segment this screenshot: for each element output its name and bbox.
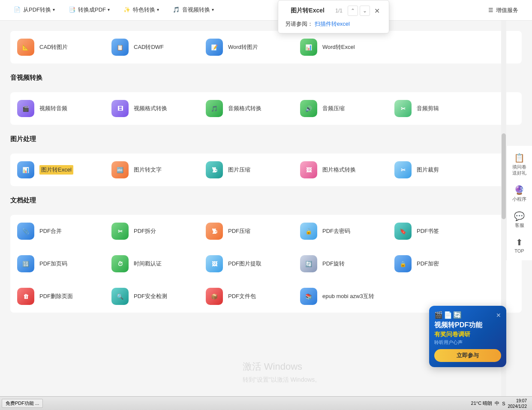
img-to-text-label: 图片转文字 bbox=[134, 166, 162, 174]
nav-from-pdf-label: 从PDF转换 bbox=[23, 6, 51, 14]
ad-icon-2: 📄 bbox=[444, 311, 452, 319]
tool-audio-cut[interactable]: ✂ 音频剪辑 bbox=[388, 92, 482, 125]
audio-cut-label: 音频剪辑 bbox=[417, 105, 439, 112]
av-section: 音视频转换 🎬 视频转音频 🎞 视频格式转换 🎵 音频格式转换 🔊 音频压缩 ✂… bbox=[10, 74, 522, 125]
form-icon: 📋 bbox=[514, 153, 525, 163]
tool-img-crop[interactable]: ✂ 图片裁剪 bbox=[388, 154, 482, 186]
sidebar-service-btn[interactable]: 💬 客服 bbox=[508, 208, 532, 232]
taskbar: 免费PDF功能 ... 21°C 晴朗 中 S 19:07 2024/1/22 bbox=[0, 396, 532, 410]
tooltip-close-btn[interactable]: ✕ bbox=[372, 6, 382, 16]
tool-pdf-safety[interactable]: 🔍 PDF安全检测 bbox=[105, 280, 199, 313]
nav-special-label: 特色转换 bbox=[133, 6, 155, 14]
word-to-img-icon: 📝 bbox=[206, 39, 223, 56]
tool-cad-to-dwf[interactable]: 📋 CAD转DWF bbox=[105, 31, 199, 63]
special-icon: ✨ bbox=[123, 6, 130, 13]
taskbar-right: 21°C 晴朗 中 S 19:07 2024/1/22 bbox=[471, 398, 530, 409]
ad-close-btn[interactable]: ✕ bbox=[496, 312, 501, 319]
ad-main-title: 视频转PDF功能 bbox=[434, 321, 501, 330]
video-to-audio-label: 视频转音频 bbox=[39, 105, 67, 112]
tooltip-pages: 1/1 bbox=[335, 8, 343, 14]
pdf-split-label: PDF拆分 bbox=[134, 227, 156, 235]
tool-word-to-img[interactable]: 📝 Word转图片 bbox=[199, 31, 293, 63]
sidebar-form-label: 填问卷送好礼 bbox=[512, 164, 526, 176]
img-to-excel-icon: 📊 bbox=[17, 161, 34, 178]
img-crop-icon: ✂ bbox=[394, 161, 412, 178]
video-format-icon: 🎞 bbox=[111, 100, 129, 117]
tool-img-format[interactable]: 🖼 图片格式转换 bbox=[293, 154, 388, 186]
value-added-label: 增值服务 bbox=[496, 6, 518, 14]
cad-to-img-label: CAD转图片 bbox=[39, 43, 68, 51]
tool-epub-convert[interactable]: 📚 epub mobi azw3互转 bbox=[293, 280, 388, 313]
nav-item-av[interactable]: 🎵 音视频转换 ▾ bbox=[166, 0, 221, 21]
taskbar-date: 2024/1/22 bbox=[508, 404, 527, 409]
tool-video-to-audio[interactable]: 🎬 视频转音频 bbox=[10, 92, 105, 125]
sidebar-top-btn[interactable]: ⬆ TOP bbox=[508, 234, 532, 257]
taskbar-lang: 中 bbox=[495, 400, 499, 407]
tool-pdf-compress[interactable]: 🗜 PDF压缩 bbox=[199, 215, 293, 247]
tooltip-popup: 图片转Excel 1/1 ⌃ ⌄ ✕ 另请参阅： 扫描件转excel bbox=[278, 0, 389, 33]
pdf-extract-img-label: PDF图片提取 bbox=[228, 260, 261, 268]
img-format-icon: 🖼 bbox=[300, 161, 317, 178]
audio-compress-icon: 🔊 bbox=[300, 100, 317, 117]
nav-to-pdf-label: 转换成PDF bbox=[78, 6, 106, 14]
tool-pdf-encrypt[interactable]: 🔒 PDF加密 bbox=[388, 247, 482, 280]
img-tools-grid: 📊 图片转Excel 🔤 图片转文字 🗜 图片压缩 🖼 图片格式转换 ✂ 图片裁… bbox=[10, 154, 522, 186]
ad-title-row: 🎬 📄 🔄 ✕ bbox=[434, 311, 501, 319]
tooltip-prev-btn[interactable]: ⌃ bbox=[348, 6, 358, 16]
audio-format-label: 音频格式转换 bbox=[228, 105, 261, 112]
pdf-rotate-icon: 🔄 bbox=[300, 255, 317, 272]
tool-pdf-delete-page[interactable]: 🗑 PDF删除页面 bbox=[10, 280, 105, 313]
tool-pdf-rotate[interactable]: 🔄 PDF旋转 bbox=[293, 247, 388, 280]
tool-img-to-text[interactable]: 🔤 图片转文字 bbox=[105, 154, 199, 186]
tool-pdf-bookmark[interactable]: 🔖 PDF书签 bbox=[388, 215, 482, 247]
tool-timestamp[interactable]: ⏱ 时间戳认证 bbox=[105, 247, 199, 280]
tool-cad-to-img[interactable]: 📐 CAD转图片 bbox=[10, 31, 105, 63]
tool-audio-compress[interactable]: 🔊 音频压缩 bbox=[293, 92, 388, 125]
mini-icon: 🔮 bbox=[514, 185, 525, 195]
scroll-thumb[interactable] bbox=[502, 133, 506, 219]
tool-pdf-merge[interactable]: 📎 PDF合并 bbox=[10, 215, 105, 247]
img-compress-label: 图片压缩 bbox=[228, 166, 250, 174]
service-icon: 💬 bbox=[514, 211, 525, 221]
timestamp-label: 时间戳认证 bbox=[134, 260, 162, 268]
tooltip-body: 另请参阅： 扫描件转excel bbox=[285, 20, 382, 28]
pdf-package-label: PDF文件包 bbox=[228, 292, 256, 300]
tool-audio-format[interactable]: 🎵 音频格式转换 bbox=[199, 92, 293, 125]
sidebar-service-label: 客服 bbox=[515, 222, 524, 229]
tooltip-link[interactable]: 扫描件转excel bbox=[315, 21, 350, 27]
taskbar-app-item[interactable]: 免费PDF功能 ... bbox=[2, 399, 43, 408]
tool-pdf-split[interactable]: ✂ PDF拆分 bbox=[105, 215, 199, 247]
epub-convert-icon: 📚 bbox=[300, 288, 317, 305]
tool-word-to-excel[interactable]: 📊 Word转Excel bbox=[293, 31, 388, 63]
tool-img-to-excel[interactable]: 📊 图片转Excel bbox=[10, 154, 105, 186]
nav-item-from-pdf[interactable]: 📄 从PDF转换 ▾ bbox=[7, 0, 62, 21]
pdf-add-page-label: PDF加页码 bbox=[39, 260, 67, 268]
nav-item-special[interactable]: ✨ 特色转换 ▾ bbox=[117, 0, 166, 21]
ad-participate-btn[interactable]: 立即参与 bbox=[434, 349, 501, 362]
img-crop-label: 图片裁剪 bbox=[417, 166, 439, 174]
epub-convert-label: epub mobi azw3互转 bbox=[322, 292, 374, 300]
sidebar-top-label: TOP bbox=[514, 248, 524, 253]
pdf-package-icon: 📦 bbox=[206, 288, 223, 305]
sidebar-mini-btn[interactable]: 🔮 小程序 bbox=[508, 181, 532, 206]
word-to-excel-label: Word转Excel bbox=[322, 43, 355, 51]
tool-pdf-package[interactable]: 📦 PDF文件包 bbox=[199, 280, 293, 313]
tool-pdf-add-page[interactable]: 🔢 PDF加页码 bbox=[10, 247, 105, 280]
ad-subtitle: 有奖问卷调研 bbox=[434, 331, 501, 338]
audio-format-icon: 🎵 bbox=[206, 100, 223, 117]
tool-img-compress[interactable]: 🗜 图片压缩 bbox=[199, 154, 293, 186]
tool-pdf-extract-img[interactable]: 🖼 PDF图片提取 bbox=[199, 247, 293, 280]
nav-value-added[interactable]: ☰ 增值服务 bbox=[481, 6, 525, 14]
pdf-remove-pwd-label: PDF去密码 bbox=[322, 227, 350, 235]
tool-pdf-remove-pwd[interactable]: 🔓 PDF去密码 bbox=[293, 215, 388, 247]
audio-cut-icon: ✂ bbox=[394, 100, 412, 117]
video-to-audio-icon: 🎬 bbox=[17, 100, 34, 117]
doc-section: 文档处理 📎 PDF合并 ✂ PDF拆分 🗜 PDF压缩 🔓 PDF去密码 🔖 … bbox=[10, 196, 522, 313]
top-tools-section: 📐 CAD转图片 📋 CAD转DWF 📝 Word转图片 📊 bbox=[10, 31, 522, 63]
tool-video-format[interactable]: 🎞 视频格式转换 bbox=[105, 92, 199, 125]
sidebar-form-btn[interactable]: 📋 填问卷送好礼 bbox=[508, 149, 532, 180]
nav-item-to-pdf[interactable]: 📑 转换成PDF ▾ bbox=[62, 0, 117, 21]
av-tools-grid: 🎬 视频转音频 🎞 视频格式转换 🎵 音频格式转换 🔊 音频压缩 ✂ 音频剪辑 bbox=[10, 92, 522, 125]
pdf-safety-label: PDF安全检测 bbox=[134, 292, 167, 300]
tooltip-next-btn[interactable]: ⌄ bbox=[360, 6, 370, 16]
